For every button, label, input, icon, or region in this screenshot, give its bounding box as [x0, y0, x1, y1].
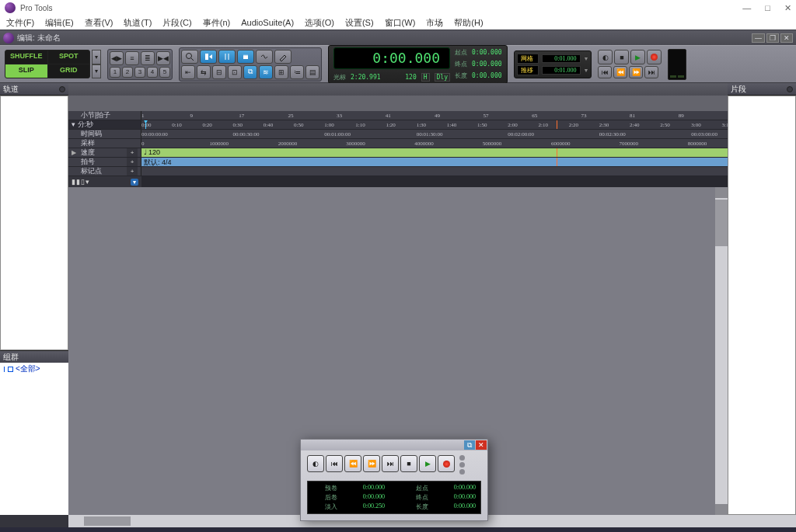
ft-forward-button[interactable]: ⏩: [363, 455, 380, 472]
zoom-in-horiz-button[interactable]: ▶◀: [156, 51, 170, 65]
menu-audiosuite[interactable]: AudioSuite(A): [241, 18, 294, 27]
maximize-button[interactable]: □: [765, 3, 770, 13]
doc-close-button[interactable]: ✕: [780, 33, 793, 43]
zoom-vert-midi-button[interactable]: ≣: [141, 51, 155, 65]
close-button[interactable]: ✕: [784, 3, 791, 13]
groups-list[interactable]: Ⅰ <全部>: [0, 363, 68, 515]
rtz-button[interactable]: ⏮: [598, 66, 612, 78]
tracks-list[interactable]: [0, 96, 68, 350]
track-height-icon[interactable]: ▾: [131, 179, 138, 186]
menu-clip[interactable]: 片段(C): [162, 17, 191, 29]
misc-edit-b-button[interactable]: ▤: [305, 65, 319, 79]
stop-button[interactable]: ■: [614, 50, 629, 64]
scrub-tool-button[interactable]: [256, 50, 273, 64]
ruler-time[interactable]: ▾ 分:秒 0:000:100:200:300:400:501:001:101:…: [68, 120, 728, 130]
doc-restore-button[interactable]: ❐: [766, 33, 779, 43]
mode-grid-button[interactable]: GRID: [48, 64, 90, 78]
mode-slip-button[interactable]: SLIP: [5, 64, 47, 78]
tempo-add-button[interactable]: +: [127, 148, 138, 157]
group-enable-checkbox[interactable]: [8, 367, 13, 372]
ruler-timecode[interactable]: 时间码 00:00:00:0000:00:30:0000:01:00:0000:…: [68, 130, 728, 139]
ft-fade-value[interactable]: 0:00.250: [342, 502, 386, 511]
doc-minimize-button[interactable]: —: [752, 33, 765, 43]
grabber-tool-button[interactable]: [237, 50, 254, 64]
zoomer-tool-button[interactable]: [181, 50, 198, 64]
ft-postroll-value[interactable]: 0:00.000: [342, 493, 386, 502]
zoom-preset-3-button[interactable]: 3: [134, 67, 145, 78]
record-button[interactable]: [647, 50, 662, 64]
menu-edit[interactable]: 编辑(E): [45, 17, 74, 29]
badge-dly[interactable]: Dly: [435, 73, 450, 82]
ft-preroll-value[interactable]: 0:00.000: [342, 484, 386, 492]
cursor-value[interactable]: 2:20.991: [351, 74, 381, 81]
universe-view[interactable]: [68, 96, 728, 111]
ruler-meter[interactable]: 拍号+ 默认: 4/4: [68, 158, 728, 167]
tempo-value[interactable]: 120: [144, 148, 160, 156]
menu-track[interactable]: 轨道(T): [124, 17, 152, 29]
insertion-follows-button[interactable]: ⊡: [228, 65, 242, 79]
pencil-tool-button[interactable]: [274, 50, 292, 64]
minimize-button[interactable]: —: [742, 3, 751, 13]
transport-window[interactable]: ⧉ ✕ ◐ ⏮ ⏪ ⏩ ⏭ ■ ▶ 预卷 0:00.000 起点 0:00.00…: [300, 439, 488, 521]
link-track-edit-button[interactable]: ⊟: [212, 65, 226, 79]
layered-editing-button[interactable]: ≋: [259, 65, 273, 79]
ft-start-value[interactable]: 0:00.000: [433, 484, 477, 492]
track-view-menu-icon[interactable]: ▮▮▯▾: [72, 178, 90, 186]
scroll-thumb[interactable]: [715, 200, 728, 246]
menu-options[interactable]: 选项(O): [305, 17, 334, 29]
meter-value[interactable]: 默认: 4/4: [144, 158, 172, 166]
ruler-markers[interactable]: 标记点+: [68, 167, 728, 176]
zoom-preset-1-button[interactable]: 1: [110, 67, 120, 78]
mirrored-midi-button[interactable]: ⧉: [243, 65, 257, 79]
badge-h[interactable]: H: [421, 73, 430, 82]
grid-value[interactable]: 0:01.000: [542, 54, 581, 63]
forward-button[interactable]: ⏩: [629, 66, 643, 78]
ft-rtz-button[interactable]: ⏮: [326, 455, 343, 472]
vertical-scrollbar[interactable]: [715, 187, 728, 515]
menu-event[interactable]: 事件(n): [203, 17, 230, 29]
ft-option-dots[interactable]: [459, 455, 465, 475]
sel-start-value[interactable]: 0:00.000: [472, 49, 502, 56]
ft-play-button[interactable]: ▶: [419, 455, 436, 472]
ft-end-value[interactable]: 0:00.000: [433, 493, 477, 502]
group-all-item[interactable]: Ⅰ <全部>: [3, 363, 65, 374]
ft-stop-button[interactable]: ■: [400, 455, 417, 472]
tracks-menu-icon[interactable]: [59, 86, 65, 92]
menu-setup[interactable]: 设置(S): [345, 17, 374, 29]
menu-window[interactable]: 窗口(W): [385, 17, 416, 29]
clips-menu-icon[interactable]: [787, 86, 793, 92]
zoom-out-horiz-button[interactable]: ◀▶: [110, 51, 124, 65]
rewind-button[interactable]: ⏪: [613, 66, 627, 78]
clips-list[interactable]: [728, 96, 796, 515]
ft-record-button[interactable]: [438, 455, 455, 472]
zoom-preset-4-button[interactable]: 4: [147, 67, 158, 78]
link-edit-play-button[interactable]: ⇆: [197, 65, 211, 79]
online-button[interactable]: ◐: [598, 50, 613, 64]
automation-follows-button[interactable]: ⊞: [274, 65, 288, 79]
goto-end-button[interactable]: ⏭: [644, 66, 658, 78]
menu-help[interactable]: 帮助(H): [454, 17, 483, 29]
menu-market[interactable]: 市场: [426, 17, 443, 29]
tempo-expand-icon[interactable]: ▶: [72, 149, 78, 156]
tab-to-transient-button[interactable]: ⇤: [181, 65, 195, 79]
ruler-tempo[interactable]: ▶速度+ 120: [68, 148, 728, 158]
mode-shuffle-button[interactable]: SHUFFLE: [5, 50, 47, 64]
ruler-bars[interactable]: 小节|拍子 191725334149576573818997: [68, 111, 728, 120]
scroll-up-icon[interactable]: [715, 187, 728, 198]
zoom-preset-5-button[interactable]: 5: [159, 67, 170, 78]
ft-length-value[interactable]: 0:00.000: [433, 502, 477, 511]
mode-option-a-button[interactable]: ▾: [92, 50, 101, 64]
zoom-vert-wave-button[interactable]: ≡: [125, 51, 139, 65]
tempo-value[interactable]: 120: [405, 74, 416, 81]
menu-view[interactable]: 查看(V): [85, 17, 113, 29]
meter-add-button[interactable]: +: [127, 158, 138, 166]
mode-option-b-button[interactable]: ▾: [92, 64, 101, 79]
ft-online-button[interactable]: ◐: [307, 455, 324, 472]
play-button[interactable]: ▶: [630, 50, 645, 64]
nudge-value[interactable]: 0:01.000: [542, 66, 581, 75]
transport-titlebar[interactable]: ⧉ ✕: [301, 440, 487, 450]
ruler-samples[interactable]: 采样 0100000020000003000000400000050000006…: [68, 139, 728, 148]
grid-dropdown-icon[interactable]: ▼: [584, 56, 589, 61]
menu-file[interactable]: 文件(F): [6, 17, 34, 29]
main-counter-display[interactable]: 0:00.000: [333, 47, 450, 69]
